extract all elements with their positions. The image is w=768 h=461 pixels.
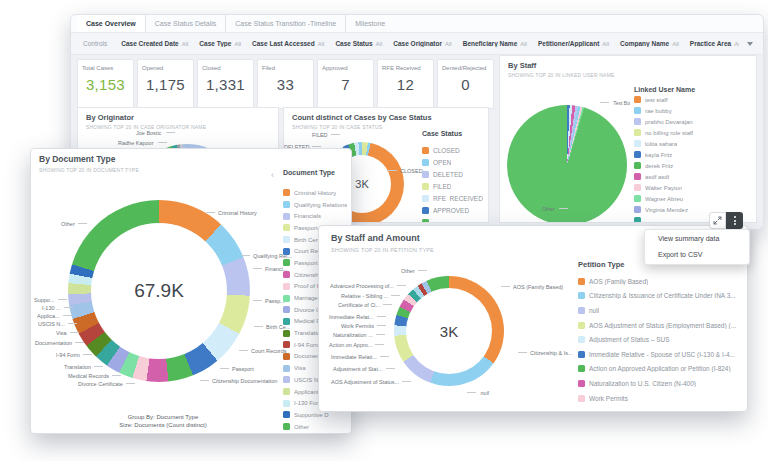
legend-swatch: [283, 330, 290, 337]
legend-item[interactable]: Wagner Abreu: [634, 193, 693, 204]
context-menu-item[interactable]: Export to CSV: [645, 247, 749, 263]
legend-item[interactable]: [422, 216, 483, 223]
filter-dropdown[interactable]: Case Last Accessed All: [252, 40, 324, 47]
legend-item[interactable]: [634, 215, 693, 223]
legend-swatch: [422, 159, 429, 166]
filter-dropdown[interactable]: Case Originator All: [393, 40, 451, 47]
kpi-label: Opened: [142, 65, 189, 71]
legend-item[interactable]: lolita sahara: [634, 138, 693, 149]
kpi-label: Closed: [202, 65, 249, 71]
legend-label: Walter Payton: [645, 185, 682, 191]
kpi-label: Approved: [322, 65, 369, 71]
tab-label: Case Overview: [86, 20, 136, 27]
legend-item[interactable]: Citizenship & Issuance of Certificate Un…: [578, 289, 743, 304]
kpi-value: 12: [382, 76, 429, 93]
filter-dropdown[interactable]: Case Status All: [335, 40, 382, 47]
legend-item[interactable]: DELETED: [422, 168, 483, 180]
legend-item[interactable]: AOS (Family Based): [578, 274, 743, 289]
chevron-left-icon[interactable]: ‹: [271, 171, 274, 179]
filter-dropdown[interactable]: Company Name All: [620, 40, 679, 47]
dashboard-tab[interactable]: Milestone: [345, 15, 394, 32]
legend-label: DELETED: [433, 171, 463, 178]
legend-item[interactable]: Other: [283, 421, 347, 433]
controls-bar: Controls Case Created Date All Case Type…: [71, 33, 763, 55]
filter-name: Beneficiary Name: [463, 40, 518, 47]
legend-item[interactable]: kayla Fritz: [634, 149, 693, 160]
tab-label: Case Status Details: [155, 20, 216, 27]
kpi-card[interactable]: Filed 33: [257, 59, 314, 109]
dashboard-tab[interactable]: Case Status Transition -Timeline: [225, 15, 345, 32]
filter-name: Case Originator: [393, 40, 442, 47]
case-status-legend: CLOSED OPEN DELETED FILED: [422, 144, 483, 223]
widget-context-menu: View summary data Export to CSV: [644, 229, 750, 265]
legend-item[interactable]: derek Fritz: [634, 160, 693, 171]
legend-item[interactable]: AOS Adjustment of Status (Employment Bas…: [578, 318, 743, 333]
legend-item[interactable]: no billing role staff: [634, 127, 693, 138]
legend-swatch: [422, 207, 429, 214]
legend-item[interactable]: Naturalization to U.S. Citizen (N-400): [578, 376, 743, 391]
legend-item[interactable]: Walter Payton: [634, 182, 693, 193]
pie-slice-label: Radhe Kapoor: [118, 140, 167, 147]
legend-item[interactable]: Virginia Mendez: [634, 204, 693, 215]
legend-item[interactable]: CLOSED: [422, 144, 483, 156]
legend-item[interactable]: test staff: [634, 94, 693, 105]
legend-label: AOS (Family Based): [589, 278, 648, 285]
legend-item[interactable]: Adjustment of Status – SUS: [578, 332, 743, 347]
filter-value: All: [602, 41, 609, 47]
legend-item[interactable]: Work Permits: [578, 391, 743, 406]
kpi-card[interactable]: RFE Received 12: [377, 59, 434, 109]
dashboard-tab[interactable]: Case Overview: [77, 15, 145, 32]
legend-item[interactable]: OPEN: [422, 156, 483, 168]
legend-swatch: [283, 283, 290, 290]
kpi-card[interactable]: Approved 7: [317, 59, 374, 109]
panel-subtitle: SHOWING TOP 20 IN LINKED USER NAME: [508, 72, 615, 78]
filter-value: All: [234, 41, 241, 47]
donut-slice-label: I-94 Form: [56, 352, 92, 359]
kpi-card[interactable]: Denied/Rejected 0: [437, 59, 494, 109]
kpi-card[interactable]: Closed 1,331: [197, 59, 254, 109]
filter-dropdown[interactable]: Petitioner/Applicant All: [538, 40, 609, 47]
legend-item[interactable]: Financials: [283, 210, 347, 222]
kebab-menu-button[interactable]: [726, 212, 743, 229]
legend-label: APPROVED: [433, 207, 469, 214]
legend-label: I-94 Form: [294, 342, 320, 348]
kpi-card[interactable]: Opened 1,175: [137, 59, 194, 109]
donut-slice-label: I-130 ...: [42, 305, 73, 312]
legend-item[interactable]: Action on Approved Application or Petiti…: [578, 362, 743, 377]
filter-dropdown[interactable]: Case Type All: [199, 40, 241, 47]
filter-dropdown[interactable]: Practice Area All: [690, 40, 739, 47]
chevron-down-icon[interactable]: [747, 42, 753, 46]
legend-item[interactable]: Qualifying Relationship: [283, 199, 347, 211]
donut-slice-label-null: null: [467, 390, 489, 397]
legend-item[interactable]: null: [578, 303, 743, 318]
legend-swatch: [283, 423, 290, 430]
legend-swatch: [578, 336, 585, 343]
legend-swatch: [578, 395, 585, 402]
legend-swatch: [283, 248, 290, 255]
filter-dropdown[interactable]: Beneficiary Name All: [463, 40, 527, 47]
tab-bar: Case Overview Case Status Details Case S…: [71, 15, 763, 33]
legend-item[interactable]: rae bobby: [634, 105, 693, 116]
legend-item[interactable]: Immediate Relative - Spouse of USC (I-13…: [578, 347, 743, 362]
legend-swatch: [578, 380, 585, 387]
legend-item[interactable]: Criminal History: [283, 187, 347, 199]
filter-dropdown[interactable]: Case Created Date All: [121, 40, 188, 47]
chart-footer: Group By: Document Type Size: Documents …: [43, 414, 283, 429]
legend-swatch: [283, 201, 290, 208]
legend-item[interactable]: FILED: [422, 180, 483, 192]
legend-item[interactable]: RFE_RECEIVED: [422, 192, 483, 204]
legend-swatch: [422, 195, 429, 202]
dashboard-tab[interactable]: Case Status Details: [145, 15, 225, 32]
expand-widget-button[interactable]: [709, 212, 726, 229]
legend-item[interactable]: prabhu Devarajan: [634, 116, 693, 127]
filter-name: Company Name: [620, 40, 669, 47]
legend-item[interactable]: asdf asdf: [634, 171, 693, 182]
legend-label: asdf asdf: [645, 174, 669, 180]
kpi-value: 3,153: [82, 76, 129, 93]
legend-swatch: [283, 376, 290, 383]
legend-item[interactable]: APPROVED: [422, 204, 483, 216]
kpi-card[interactable]: Total Cases 3,153: [77, 59, 134, 109]
kebab-dot: [734, 220, 736, 222]
context-menu-item[interactable]: View summary data: [645, 231, 749, 247]
legend-label: Financials: [294, 213, 321, 219]
